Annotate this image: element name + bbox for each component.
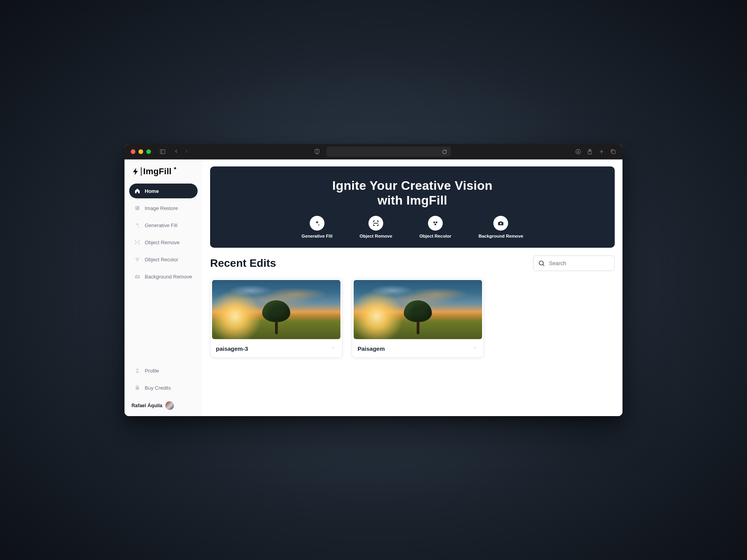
sidebar-nav: Home Image Restore Generative Fill bbox=[129, 184, 198, 284]
maximize-window-button[interactable] bbox=[146, 149, 151, 154]
sidebar-item-label: Background Remove bbox=[145, 274, 192, 280]
svg-point-19 bbox=[433, 221, 435, 223]
sparkle-accent-icon: ✦ bbox=[173, 166, 177, 171]
hero-action-object-recolor[interactable]: Object Recolor bbox=[419, 216, 451, 238]
camera-icon bbox=[493, 216, 508, 231]
svg-point-14 bbox=[138, 258, 139, 259]
sidebar-item-label: Object Recolor bbox=[145, 257, 178, 262]
privacy-shield-icon[interactable] bbox=[314, 149, 320, 155]
address-bar[interactable] bbox=[326, 147, 451, 157]
share-icon[interactable] bbox=[587, 149, 593, 155]
sparkle-icon bbox=[134, 222, 141, 229]
svg-point-13 bbox=[135, 258, 137, 259]
restore-icon bbox=[134, 205, 141, 212]
sidebar-item-generative-fill[interactable]: Generative Fill bbox=[129, 218, 198, 233]
tab-overview-icon[interactable] bbox=[610, 149, 616, 155]
nav-forward-icon[interactable] bbox=[184, 149, 190, 155]
sidebar-item-object-remove[interactable]: Object Remove bbox=[129, 235, 198, 250]
sidebar-item-label: Home bbox=[145, 188, 159, 194]
svg-rect-9 bbox=[612, 150, 615, 154]
card-thumbnail bbox=[210, 278, 342, 341]
sidebar-item-home[interactable]: Home bbox=[129, 184, 198, 198]
search-box[interactable] bbox=[533, 256, 615, 271]
sidebar-item-label: Profile bbox=[145, 368, 159, 374]
new-tab-icon[interactable] bbox=[598, 149, 605, 155]
sidebar-item-label: Generative Fill bbox=[145, 222, 177, 228]
hero-action-generative-fill[interactable]: Generative Fill bbox=[302, 216, 332, 238]
downloads-icon[interactable] bbox=[575, 149, 581, 155]
edit-card[interactable]: paisagem-3 bbox=[210, 278, 342, 358]
card-thumbnail bbox=[352, 278, 484, 341]
hero-action-object-remove[interactable]: Object Remove bbox=[359, 216, 392, 238]
hero-action-label: Background Remove bbox=[479, 234, 523, 238]
hero-action-label: Object Remove bbox=[359, 234, 392, 238]
bolt-icon bbox=[132, 167, 140, 176]
brand-name: ImgFill bbox=[143, 166, 172, 177]
hero-title: Ignite Your Creative Vision with ImgFill bbox=[331, 178, 494, 208]
recolor-icon bbox=[134, 256, 141, 263]
scan-icon bbox=[368, 216, 383, 231]
svg-point-16 bbox=[137, 276, 138, 278]
sparkle-icon bbox=[310, 216, 324, 231]
camera-icon bbox=[134, 273, 141, 280]
svg-point-22 bbox=[500, 222, 502, 224]
browser-titlebar bbox=[124, 144, 622, 159]
sidebar-item-label: Object Remove bbox=[145, 240, 180, 245]
sidebar-item-background-remove[interactable]: Background Remove bbox=[129, 269, 198, 284]
sidebar-item-image-restore[interactable]: Image Restore bbox=[129, 201, 198, 215]
edit-card[interactable]: Paisagem bbox=[352, 278, 484, 358]
sidebar-item-object-recolor[interactable]: Object Recolor bbox=[129, 252, 198, 267]
svg-point-17 bbox=[137, 369, 139, 371]
svg-line-24 bbox=[543, 264, 544, 266]
bag-icon bbox=[134, 384, 141, 391]
card-title: Paisagem bbox=[358, 345, 385, 352]
avatar bbox=[165, 401, 174, 410]
cards-grid: paisagem-3 Paisagem bbox=[210, 278, 615, 358]
svg-rect-0 bbox=[160, 150, 165, 154]
svg-point-21 bbox=[435, 224, 437, 226]
main-content: Ignite Your Creative Vision with ImgFill… bbox=[202, 159, 622, 416]
user-name: Rafael Áquila bbox=[132, 403, 162, 408]
window-controls bbox=[131, 149, 151, 154]
svg-point-23 bbox=[539, 261, 544, 265]
minimize-window-button[interactable] bbox=[139, 149, 143, 154]
recolor-icon bbox=[428, 216, 443, 231]
sidebar: ImgFill ✦ Home Image Restore bbox=[124, 159, 202, 416]
user-chip[interactable]: Rafael Áquila bbox=[129, 397, 198, 411]
search-icon bbox=[538, 260, 545, 267]
sidebar-item-buy-credits[interactable]: Buy Credits bbox=[129, 380, 198, 395]
svg-point-20 bbox=[436, 221, 438, 223]
home-icon bbox=[134, 187, 141, 194]
svg-point-11 bbox=[136, 207, 137, 208]
sidebar-item-profile[interactable]: Profile bbox=[129, 363, 198, 378]
person-icon bbox=[134, 367, 141, 374]
hero-action-background-remove[interactable]: Background Remove bbox=[479, 216, 523, 238]
close-window-button[interactable] bbox=[131, 149, 135, 154]
sidebar-item-label: Image Restore bbox=[145, 205, 178, 211]
section-title: Recent Edits bbox=[210, 257, 276, 270]
svg-rect-10 bbox=[135, 206, 140, 210]
sidebar-item-label: Buy Credits bbox=[145, 385, 171, 391]
scan-icon bbox=[134, 239, 141, 246]
hero-actions: Generative Fill Object Remove Object Rec… bbox=[302, 216, 523, 238]
sparkle-icon bbox=[472, 345, 478, 352]
brand-logo[interactable]: ImgFill ✦ bbox=[129, 166, 198, 184]
hero-action-label: Object Recolor bbox=[419, 234, 451, 238]
hero-action-label: Generative Fill bbox=[302, 234, 332, 238]
sidebar-toggle-icon[interactable] bbox=[160, 149, 166, 155]
sparkle-icon bbox=[330, 345, 337, 352]
reload-icon[interactable] bbox=[442, 149, 447, 154]
app-window: ImgFill ✦ Home Image Restore bbox=[124, 144, 622, 416]
hero-banner: Ignite Your Creative Vision with ImgFill… bbox=[210, 166, 615, 248]
card-title: paisagem-3 bbox=[216, 345, 248, 352]
nav-back-icon[interactable] bbox=[174, 149, 180, 155]
search-input[interactable] bbox=[549, 260, 617, 266]
svg-point-15 bbox=[137, 260, 138, 261]
